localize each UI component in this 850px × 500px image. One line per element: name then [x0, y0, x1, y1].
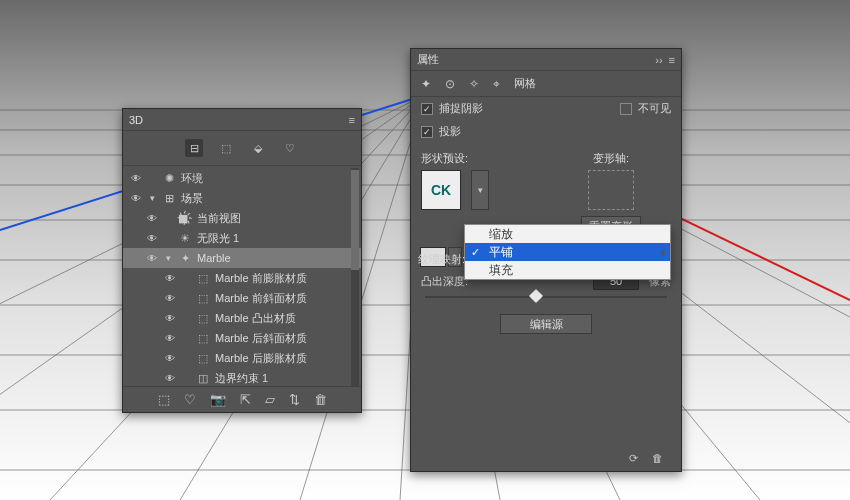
- disclosure-icon[interactable]: ▾: [147, 193, 157, 203]
- visibility-eye-icon[interactable]: 👁: [145, 233, 159, 244]
- row-cast-shadows: ✓ 投影: [411, 120, 681, 143]
- checkbox-invisible[interactable]: [620, 103, 632, 115]
- item-label: 场景: [181, 191, 361, 206]
- tree-row-infinite-light-1[interactable]: 👁☀无限光 1: [123, 228, 361, 248]
- panel-properties-title: 属性: [417, 52, 649, 67]
- visibility-eye-icon[interactable]: 👁: [163, 273, 177, 284]
- tab-icon-2[interactable]: ⊙: [445, 77, 455, 91]
- footer-mesh-icon[interactable]: ⬚: [158, 392, 170, 407]
- scene-tree: 👁✺环境👁▾⊞场景👁■҉当前视图👁☀无限光 1👁▾✦Marble👁⬚Marble…: [123, 166, 361, 394]
- visibility-eye-icon[interactable]: 👁: [163, 333, 177, 344]
- slider-extrude-depth[interactable]: [425, 296, 667, 298]
- item-type-icon: ⊞: [161, 192, 177, 205]
- tree-row-boundary-constraint-1[interactable]: 👁◫边界约束 1: [123, 368, 361, 388]
- filter-material-icon[interactable]: ⬙: [249, 139, 267, 157]
- shape-preset-swatch[interactable]: CK: [421, 170, 461, 210]
- tree-scrollbar[interactable]: [351, 168, 359, 392]
- footer-swap-icon[interactable]: ⇅: [289, 392, 300, 407]
- item-label: Marble 后斜面材质: [215, 331, 361, 346]
- shape-preset-dropdown[interactable]: ▾: [471, 170, 489, 210]
- footer-trash-icon[interactable]: 🗑: [314, 392, 327, 407]
- tree-row-marble-extrusion[interactable]: 👁⬚Marble 凸出材质: [123, 308, 361, 328]
- item-type-icon: ⬚: [195, 272, 211, 285]
- item-label: 边界约束 1: [215, 371, 361, 386]
- item-type-icon: ⬚: [195, 352, 211, 365]
- footer-trash-icon[interactable]: 🗑: [652, 452, 663, 464]
- visibility-eye-icon[interactable]: 👁: [163, 293, 177, 304]
- visibility-eye-icon[interactable]: 👁: [129, 193, 143, 204]
- tree-row-marble[interactable]: 👁▾✦Marble: [123, 248, 361, 268]
- tree-row-marble-back-bevel[interactable]: 👁⬚Marble 后斜面材质: [123, 328, 361, 348]
- item-label: 环境: [181, 171, 361, 186]
- tree-row-scene[interactable]: 👁▾⊞场景: [123, 188, 361, 208]
- label-shape-preset: 形状预设:: [421, 151, 541, 166]
- item-type-icon: ⬚: [195, 332, 211, 345]
- label-cast-shadows: 投影: [439, 124, 461, 139]
- dropdown-option-1[interactable]: ✓平铺: [465, 243, 670, 261]
- tree-row-environment[interactable]: 👁✺环境: [123, 168, 361, 188]
- check-icon: ✓: [471, 246, 480, 259]
- row-catch-shadows: ✓ 捕捉阴影 不可见: [411, 97, 681, 120]
- footer-plane-icon[interactable]: ▱: [265, 392, 275, 407]
- item-type-icon: ✦: [177, 252, 193, 265]
- item-type-icon: ✺: [161, 172, 177, 185]
- visibility-eye-icon[interactable]: 👁: [163, 313, 177, 324]
- checkbox-catch-shadows[interactable]: ✓: [421, 103, 433, 115]
- edit-source-button[interactable]: 编辑源: [500, 314, 592, 334]
- footer-extrude-icon[interactable]: ⇱: [240, 392, 251, 407]
- footer-light-icon[interactable]: ♡: [184, 392, 196, 407]
- panel-3d-title: 3D: [129, 114, 343, 126]
- panel-3d-footer: ⬚ ♡ 📷 ⇱ ▱ ⇅ 🗑: [123, 386, 361, 412]
- panel-properties-footer: ⟳ 🗑: [629, 445, 681, 471]
- tree-row-marble-front-bevel[interactable]: 👁⬚Marble 前斜面材质: [123, 288, 361, 308]
- tree-row-marble-back-inflation[interactable]: 👁⬚Marble 后膨胀材质: [123, 348, 361, 368]
- tree-row-marble-front-inflation[interactable]: 👁⬚Marble 前膨胀材质: [123, 268, 361, 288]
- filter-scene-icon[interactable]: ⊟: [185, 139, 203, 157]
- checkbox-cast-shadows[interactable]: ✓: [421, 126, 433, 138]
- footer-reset-icon[interactable]: ⟳: [629, 452, 638, 465]
- item-label: Marble 凸出材质: [215, 311, 361, 326]
- filter-light-icon[interactable]: ♡: [281, 139, 299, 157]
- tab-icon-3[interactable]: ✧: [469, 77, 479, 91]
- item-type-icon: ☀: [177, 232, 193, 245]
- tree-row-current-view[interactable]: 👁■҉当前视图: [123, 208, 361, 228]
- visibility-eye-icon[interactable]: 👁: [129, 173, 143, 184]
- panel-3d-header[interactable]: 3D ≡: [123, 109, 361, 131]
- label-invisible: 不可见: [638, 101, 671, 116]
- collapse-icon[interactable]: ››: [655, 54, 662, 66]
- label-deform-axis: 变形轴:: [551, 151, 671, 166]
- panel-properties-header[interactable]: 属性 ›› ≡: [411, 49, 681, 71]
- item-type-icon: ■҉: [177, 212, 193, 225]
- item-type-icon: ◫: [195, 372, 211, 385]
- panel-menu-icon[interactable]: ≡: [669, 54, 675, 66]
- label-texture-mapping: 纹理映射:: [418, 252, 465, 267]
- panel-3d: 3D ≡ ⊟ ⬚ ⬙ ♡ 👁✺环境👁▾⊞场景👁■҉当前视图👁☀无限光 1👁▾✦M…: [122, 108, 362, 413]
- item-label: Marble 前斜面材质: [215, 291, 361, 306]
- visibility-eye-icon[interactable]: 👁: [145, 253, 159, 264]
- filter-mesh-icon[interactable]: ⬚: [217, 139, 235, 157]
- footer-camera-icon[interactable]: 📷: [210, 392, 226, 407]
- dropdown-option-0[interactable]: 缩放: [465, 225, 670, 243]
- item-label: 当前视图: [197, 211, 361, 226]
- properties-tabs: ✦ ⊙ ✧ ⌖ 网格: [411, 71, 681, 97]
- item-type-icon: ⬚: [195, 312, 211, 325]
- dropdown-option-2[interactable]: 填充: [465, 261, 670, 279]
- label-catch-shadows: 捕捉阴影: [439, 101, 483, 116]
- visibility-eye-icon[interactable]: 👁: [145, 213, 159, 224]
- panel-menu-icon[interactable]: ≡: [349, 114, 355, 126]
- visibility-eye-icon[interactable]: 👁: [163, 373, 177, 384]
- item-label: Marble 后膨胀材质: [215, 351, 361, 366]
- tab-icon-1[interactable]: ✦: [421, 77, 431, 91]
- texture-mapping-dropdown-menu: 缩放✓平铺填充 ▖: [464, 224, 671, 280]
- item-label: Marble: [197, 252, 361, 264]
- deform-axis-picker[interactable]: [588, 170, 634, 210]
- dropdown-arrow-icon: ▖: [661, 245, 668, 255]
- filter-row: ⊟ ⬚ ⬙ ♡: [123, 131, 361, 166]
- tab-mesh-label[interactable]: 网格: [514, 76, 536, 91]
- item-label: 无限光 1: [197, 231, 361, 246]
- disclosure-icon[interactable]: ▾: [163, 253, 173, 263]
- tab-icon-4[interactable]: ⌖: [493, 77, 500, 91]
- item-type-icon: ⬚: [195, 292, 211, 305]
- item-label: Marble 前膨胀材质: [215, 271, 361, 286]
- visibility-eye-icon[interactable]: 👁: [163, 353, 177, 364]
